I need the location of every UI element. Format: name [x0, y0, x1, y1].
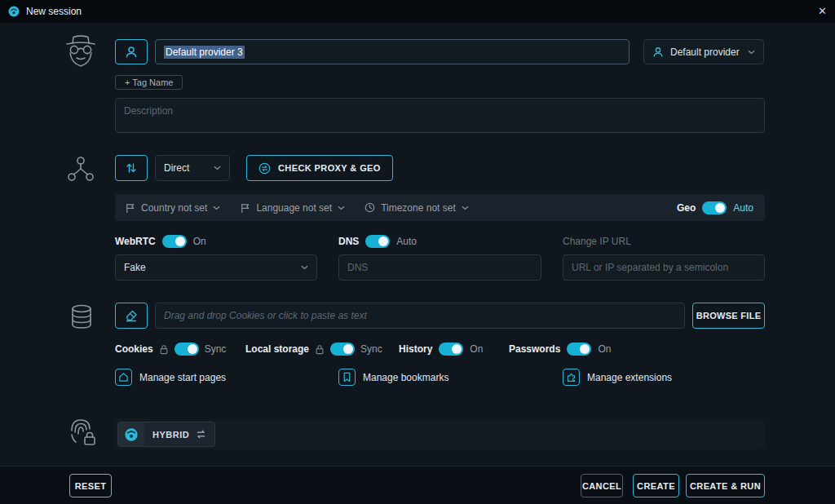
fingerprint-mode-label: HYBRID	[152, 430, 189, 440]
geo-state: Auto	[733, 202, 753, 214]
proxy-type-button[interactable]	[115, 155, 148, 181]
reset-label: RESET	[75, 481, 107, 491]
lock-icon	[315, 344, 325, 355]
webrtc-state: On	[193, 236, 206, 247]
cookies-toggle-group: Cookies Sync	[115, 343, 226, 356]
check-proxy-label: CHECK PROXY & GEO	[278, 163, 381, 173]
geo-toggle[interactable]	[702, 201, 727, 214]
create-button[interactable]: CREATE	[633, 474, 679, 497]
create-run-button[interactable]: CREATE & RUN	[686, 474, 765, 497]
chevron-down-icon	[338, 206, 345, 210]
identity-disguise-icon	[62, 34, 99, 69]
flag-icon	[125, 202, 135, 214]
swap-icon	[196, 429, 206, 440]
manage-bookmarks-button[interactable]: Manage bookmarks	[338, 369, 448, 386]
manage-start-pages-label: Manage start pages	[139, 372, 226, 383]
dns-state: Auto	[396, 236, 417, 247]
cookies-label: Cookies	[115, 343, 153, 355]
dns-toggle-group: DNS Auto	[338, 235, 417, 248]
geo-toggle-group: Geo Auto	[677, 201, 753, 214]
sort-arrows-icon	[125, 161, 138, 175]
local-storage-label: Local storage	[245, 343, 309, 355]
language-select-value: Language not set	[256, 202, 332, 214]
local-storage-sync-toggle[interactable]	[330, 343, 355, 356]
manage-extensions-label: Manage extensions	[587, 372, 672, 383]
passwords-label: Passwords	[509, 343, 560, 355]
webrtc-mode-select[interactable]: Fake	[115, 254, 317, 281]
country-select-value: Country not set	[141, 202, 207, 214]
app-logo-icon	[8, 6, 20, 17]
history-toggle[interactable]	[439, 343, 463, 356]
dns-toggle[interactable]	[365, 235, 390, 248]
local-storage-toggle-group: Local storage Sync	[245, 343, 382, 356]
history-label: History	[399, 343, 432, 355]
provider-select-value: Default provider	[670, 46, 741, 58]
cancel-button[interactable]: CANCEL	[581, 474, 623, 497]
cookies-database-icon	[68, 303, 95, 329]
geo-settings-bar: Country not set Language not set Timezon…	[115, 194, 765, 221]
add-tag-button[interactable]: + Tag Name	[115, 75, 183, 90]
chevron-down-icon	[301, 265, 308, 270]
chevron-down-icon	[748, 50, 755, 55]
session-name-input[interactable]: Default provider 3	[155, 39, 630, 64]
chevron-down-icon	[462, 206, 469, 210]
refresh-circle-icon	[258, 162, 271, 175]
new-session-dialog: New session ✕ D	[0, 0, 835, 504]
clear-cookies-button[interactable]	[115, 303, 148, 329]
timezone-select-value: Timezone not set	[381, 202, 456, 214]
chevron-down-icon	[213, 206, 220, 210]
profile-icon-button[interactable]	[115, 39, 148, 64]
cookies-sync-toggle[interactable]	[175, 343, 199, 356]
chevron-down-icon	[214, 166, 221, 170]
passwords-toggle[interactable]	[567, 343, 591, 356]
provider-select[interactable]: Default provider	[643, 39, 764, 64]
proxy-mode-select[interactable]: Direct	[155, 155, 230, 181]
history-toggle-group: History On	[399, 343, 483, 356]
browse-file-label: BROWSE FILE	[696, 311, 762, 321]
reset-button[interactable]: RESET	[69, 474, 112, 497]
flag-icon	[240, 202, 250, 214]
window-title: New session	[26, 6, 82, 17]
timezone-select[interactable]: Timezone not set	[364, 202, 469, 214]
check-proxy-button[interactable]: CHECK PROXY & GEO	[246, 155, 393, 181]
person-icon	[652, 46, 664, 58]
manage-extensions-button[interactable]: Manage extensions	[563, 369, 672, 386]
dns-label: DNS	[338, 236, 359, 247]
browse-file-button[interactable]: BROWSE FILE	[692, 303, 765, 329]
webrtc-toggle[interactable]	[162, 235, 187, 248]
eraser-icon	[125, 309, 138, 322]
manage-start-pages-button[interactable]: Manage start pages	[115, 369, 226, 386]
webrtc-toggle-group: WebRTC On	[115, 235, 206, 248]
fingerprint-lock-icon	[65, 416, 98, 449]
geo-label: Geo	[677, 202, 696, 214]
fingerprint-mode-button[interactable]: HYBRID	[117, 422, 215, 447]
close-icon[interactable]: ✕	[818, 5, 827, 18]
browser-logo-icon	[118, 422, 144, 446]
description-textarea[interactable]	[115, 98, 765, 133]
change-ip-input[interactable]	[563, 254, 765, 281]
session-name-value: Default provider 3	[164, 46, 245, 59]
country-select[interactable]: Country not set	[125, 202, 220, 214]
clock-icon	[364, 202, 375, 213]
footer-bar: RESET CANCEL CREATE CREATE & RUN	[0, 466, 835, 504]
change-ip-label: Change IP URL	[563, 236, 631, 247]
language-select[interactable]: Language not set	[240, 202, 345, 214]
fingerprint-panel: HYBRID	[115, 419, 765, 449]
cookies-drop-input[interactable]	[155, 303, 685, 329]
cookies-state: Sync	[205, 343, 227, 355]
history-state: On	[470, 343, 483, 355]
create-run-label: CREATE & RUN	[690, 481, 761, 491]
create-label: CREATE	[637, 481, 675, 491]
manage-bookmarks-label: Manage bookmarks	[363, 372, 448, 383]
home-icon	[115, 369, 132, 386]
change-ip-group: Change IP URL	[563, 236, 631, 247]
lock-icon	[159, 344, 169, 355]
bookmark-icon	[338, 369, 356, 386]
puzzle-icon	[563, 369, 580, 386]
dns-input[interactable]	[338, 254, 541, 281]
webrtc-mode-value: Fake	[124, 262, 294, 273]
title-bar: New session ✕	[0, 0, 835, 23]
local-storage-state: Sync	[360, 343, 382, 355]
cancel-label: CANCEL	[582, 481, 621, 491]
passwords-state: On	[598, 343, 611, 355]
